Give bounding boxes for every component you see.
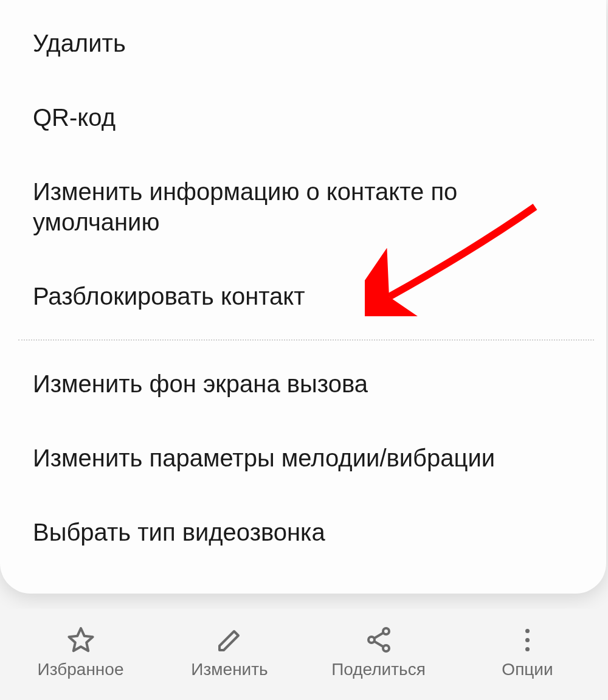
options-button[interactable]: Опции	[453, 625, 602, 679]
favorite-button[interactable]: Избранное	[6, 625, 155, 679]
menu-item-change-call-background[interactable]: Изменить фон экрана вызова	[0, 347, 606, 421]
more-vertical-icon	[513, 625, 543, 655]
svg-point-2	[383, 645, 389, 651]
pencil-icon	[215, 625, 245, 655]
bottom-action-bar: Избранное Изменить Поделиться Опции	[0, 609, 608, 700]
menu-item-change-ringtone-vibration[interactable]: Изменить параметры мелодии/вибрации	[0, 421, 606, 495]
menu-divider	[18, 339, 594, 341]
share-icon	[364, 625, 394, 655]
edit-button[interactable]: Изменить	[155, 625, 304, 679]
options-label: Опции	[502, 660, 553, 679]
svg-point-1	[368, 637, 375, 643]
edit-label: Изменить	[191, 660, 268, 679]
favorite-label: Избранное	[38, 660, 124, 679]
options-menu: Удалить QR-код Изменить информацию о кон…	[0, 0, 606, 594]
svg-line-3	[374, 633, 383, 639]
menu-item-delete[interactable]: Удалить	[0, 6, 606, 80]
menu-item-qr-code[interactable]: QR-код	[0, 80, 606, 154]
svg-line-4	[374, 642, 383, 647]
menu-item-change-default-info[interactable]: Изменить информацию о контакте по умолча…	[0, 154, 606, 259]
star-icon	[66, 625, 96, 655]
share-label: Поделиться	[331, 660, 426, 679]
menu-item-unblock-contact[interactable]: Разблокировать контакт	[0, 259, 606, 333]
menu-item-choose-video-call-type[interactable]: Выбрать тип видеозвонка	[0, 495, 606, 569]
svg-point-0	[383, 628, 389, 634]
share-button[interactable]: Поделиться	[304, 625, 453, 679]
